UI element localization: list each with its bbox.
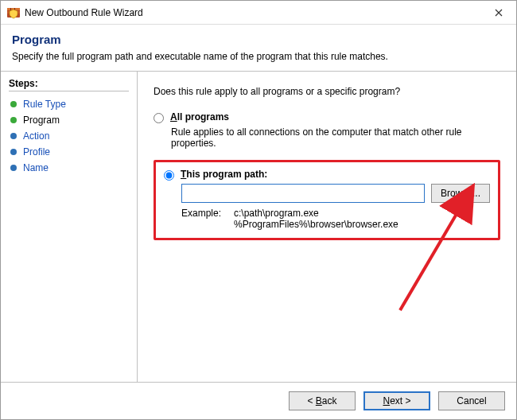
close-icon	[495, 9, 503, 17]
step-program[interactable]: Program	[9, 112, 129, 128]
next-button[interactable]: Next >	[363, 391, 430, 410]
radio-all-programs[interactable]	[154, 113, 164, 123]
step-link[interactable]: Profile	[23, 146, 50, 158]
footer-buttons: < Back Next > Cancel	[1, 382, 516, 419]
desc-all-programs: Rule applies to all connections on the c…	[171, 126, 500, 149]
window-title: New Outbound Rule Wizard	[25, 7, 143, 18]
header-section: Program Specify the full program path an…	[1, 25, 516, 72]
step-action[interactable]: Action	[9, 128, 129, 144]
example-label: Example:	[181, 208, 234, 230]
back-button[interactable]: < Back	[289, 391, 356, 410]
steps-title: Steps:	[9, 78, 129, 91]
browse-button[interactable]: Browse...	[431, 184, 490, 203]
label-all-programs: All programs	[170, 111, 229, 122]
bullet-icon	[10, 149, 17, 155]
program-path-input[interactable]	[181, 184, 425, 203]
step-rule-type[interactable]: Rule Type	[9, 96, 129, 112]
wizard-window: New Outbound Rule Wizard Program Specify…	[0, 0, 517, 420]
option-this-program[interactable]: This program path:	[164, 169, 490, 181]
step-link[interactable]: Rule Type	[23, 99, 66, 110]
radio-this-program[interactable]	[164, 170, 174, 181]
close-button[interactable]	[480, 1, 516, 25]
page-description: Specify the full program path and execut…	[12, 51, 505, 62]
step-profile[interactable]: Profile	[9, 144, 129, 160]
step-name[interactable]: Name	[9, 160, 129, 176]
titlebar: New Outbound Rule Wizard	[1, 1, 516, 25]
steps-sidebar: Steps: Rule Type Program Action Profile	[1, 72, 138, 382]
example-paths: c:\path\program.exe %ProgramFiles%\brows…	[234, 208, 398, 230]
step-link[interactable]: Name	[23, 162, 49, 173]
prompt-text: Does this rule apply to all programs or …	[154, 86, 500, 97]
step-link[interactable]: Action	[23, 130, 49, 142]
bullet-icon	[10, 101, 17, 107]
bullet-icon	[10, 117, 17, 123]
body: Steps: Rule Type Program Action Profile	[1, 72, 516, 382]
highlight-annotation: This program path: Browse... Example: c:…	[154, 160, 500, 240]
main-panel: Does this rule apply to all programs or …	[138, 72, 516, 382]
step-link[interactable]: Program	[23, 115, 60, 126]
cancel-button[interactable]: Cancel	[438, 391, 505, 410]
page-title: Program	[12, 33, 505, 46]
bullet-icon	[10, 133, 17, 139]
label-this-program: This program path:	[181, 169, 267, 180]
bullet-icon	[10, 165, 17, 171]
firewall-icon	[7, 6, 20, 19]
option-all-programs[interactable]: All programs	[154, 111, 500, 123]
